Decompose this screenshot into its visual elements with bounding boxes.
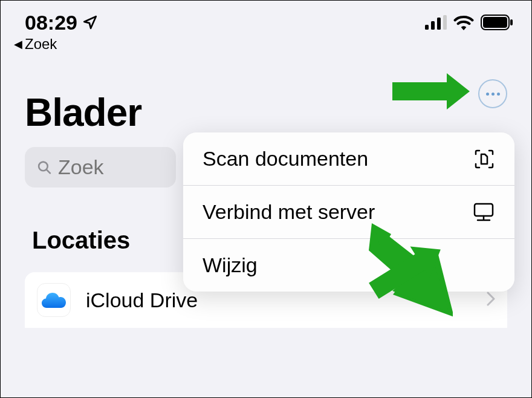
svg-line-8 [47,169,50,173]
status-icons [425,15,513,30]
menu-edit[interactable]: Wijzig [183,239,514,292]
icloud-icon [37,283,71,317]
svg-rect-3 [443,15,447,30]
status-time: 08:29 [25,11,77,34]
more-button[interactable] [478,79,507,108]
page-title: Blader [25,90,531,135]
menu-label: Wijzig [203,253,258,277]
back-label: Zoek [25,36,57,53]
svg-rect-9 [475,204,493,216]
search-bar[interactable] [25,147,176,188]
location-icon [82,15,98,30]
menu-connect-server[interactable]: Verbind met server [183,186,514,239]
cellular-icon [425,15,447,30]
svg-rect-1 [431,21,435,30]
svg-rect-5 [483,17,507,28]
status-time-group: 08:29 [25,11,98,34]
menu-label: Verbind met server [203,200,375,224]
search-input[interactable] [58,155,164,179]
search-icon [37,158,52,177]
ellipsis-icon [486,93,489,96]
location-label: iCloud Drive [86,289,472,312]
scan-document-icon [473,148,495,170]
battery-icon [481,15,513,30]
svg-rect-0 [425,25,429,30]
server-icon [472,201,495,223]
svg-rect-6 [510,19,513,25]
context-menu: Scan documenten Verbind met server Wijzi… [183,132,514,292]
back-link[interactable]: ◀ Zoek [14,36,531,53]
status-bar: 08:29 [1,1,531,37]
wifi-icon [453,15,475,30]
svg-rect-2 [437,18,441,30]
back-arrow-icon: ◀ [14,38,22,51]
menu-scan-documents[interactable]: Scan documenten [183,132,514,186]
menu-label: Scan documenten [203,147,368,171]
chevron-right-icon [487,290,495,310]
